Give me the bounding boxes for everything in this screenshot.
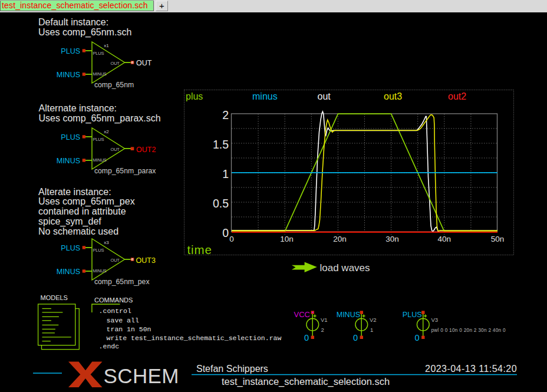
svg-text:Stefan Schippers: Stefan Schippers bbox=[196, 364, 268, 374]
svg-text:OUT3: OUT3 bbox=[136, 256, 156, 265]
svg-text:0: 0 bbox=[414, 333, 419, 342]
svg-text:MINUS: MINUS bbox=[93, 71, 107, 77]
svg-text:MINUS: MINUS bbox=[93, 268, 107, 274]
svg-text:PLUS: PLUS bbox=[93, 51, 104, 56]
svg-text:1: 1 bbox=[222, 167, 229, 180]
svg-text:MINUS: MINUS bbox=[57, 157, 80, 165]
svg-text:PLUS: PLUS bbox=[403, 311, 422, 319]
svg-text:out3: out3 bbox=[384, 91, 402, 101]
svg-text:V1: V1 bbox=[321, 317, 328, 323]
svg-text:pwl 0 0 10n 0 20n 2 30n 2 40n: pwl 0 0 10n 0 20n 2 30n 2 40n 0 bbox=[431, 327, 506, 333]
svg-text:COMMANDS: COMMANDS bbox=[94, 297, 133, 304]
svg-text:2023-04-13 11:54:20: 2023-04-13 11:54:20 bbox=[425, 364, 517, 374]
svg-text:Uses comp_65nm_pex: Uses comp_65nm_pex bbox=[38, 196, 135, 207]
svg-text:x3: x3 bbox=[104, 240, 109, 245]
svg-text:x2: x2 bbox=[104, 129, 109, 134]
svg-text:V3: V3 bbox=[431, 317, 439, 323]
svg-text:40n: 40n bbox=[438, 235, 452, 243]
svg-text:0: 0 bbox=[229, 235, 234, 243]
svg-text:spice_sym_def: spice_sym_def bbox=[38, 216, 101, 227]
svg-text:OUT: OUT bbox=[111, 258, 120, 263]
svg-text:tran 1n 50n: tran 1n 50n bbox=[107, 325, 151, 333]
svg-text:0: 0 bbox=[222, 226, 229, 239]
svg-text:1: 1 bbox=[370, 327, 373, 333]
svg-text:PLUS: PLUS bbox=[61, 47, 80, 55]
svg-text:minus: minus bbox=[252, 91, 278, 101]
svg-text:OUT2: OUT2 bbox=[136, 146, 156, 154]
svg-text:1.5: 1.5 bbox=[213, 138, 229, 151]
svg-text:out: out bbox=[318, 91, 331, 101]
svg-text:MINUS: MINUS bbox=[93, 157, 107, 163]
svg-text:MINUS: MINUS bbox=[337, 311, 360, 319]
svg-text:OUT: OUT bbox=[136, 59, 152, 67]
svg-text:Uses comp_65nm_parax.sch: Uses comp_65nm_parax.sch bbox=[39, 113, 161, 124]
svg-text:Default instance:: Default instance: bbox=[38, 17, 108, 27]
svg-text:VCC: VCC bbox=[294, 310, 310, 319]
svg-text:2: 2 bbox=[222, 108, 229, 121]
svg-text:50n: 50n bbox=[491, 235, 505, 243]
svg-text:Uses comp_65nm.sch: Uses comp_65nm.sch bbox=[38, 27, 131, 38]
svg-text:SCHEM: SCHEM bbox=[104, 364, 179, 387]
svg-text:2: 2 bbox=[321, 327, 324, 333]
svg-text:OUT: OUT bbox=[111, 61, 120, 66]
svg-text:PLUS: PLUS bbox=[93, 137, 104, 142]
svg-text:V2: V2 bbox=[370, 317, 377, 323]
svg-text:No schematic used: No schematic used bbox=[38, 226, 118, 236]
svg-text:20n: 20n bbox=[333, 235, 347, 243]
svg-text:out2: out2 bbox=[448, 91, 466, 101]
svg-text:comp_65nm_pex: comp_65nm_pex bbox=[94, 278, 150, 286]
svg-text:load waves: load waves bbox=[320, 262, 370, 274]
svg-text:0: 0 bbox=[353, 333, 358, 342]
svg-text:time: time bbox=[187, 243, 212, 256]
svg-text:comp_65nm_parax: comp_65nm_parax bbox=[94, 167, 156, 175]
svg-text:save all: save all bbox=[107, 317, 139, 324]
svg-text:Alterate instance:: Alterate instance: bbox=[38, 187, 111, 197]
svg-text:contained in attribute: contained in attribute bbox=[38, 206, 126, 216]
svg-text:test_instance_schematic_select: test_instance_schematic_selection.sch bbox=[222, 376, 390, 387]
svg-text:PLUS: PLUS bbox=[93, 248, 104, 253]
svg-text:PLUS: PLUS bbox=[61, 133, 80, 141]
svg-text:30n: 30n bbox=[385, 235, 399, 243]
svg-text:plus: plus bbox=[186, 91, 203, 101]
svg-text:PLUS: PLUS bbox=[61, 244, 80, 252]
svg-text:OUT: OUT bbox=[111, 147, 120, 152]
svg-text:.control: .control bbox=[99, 307, 131, 315]
svg-text:write test_instance_schematic_: write test_instance_schematic_selection.… bbox=[107, 334, 282, 342]
svg-text:10n: 10n bbox=[280, 235, 294, 243]
svg-text:.endc: .endc bbox=[99, 342, 120, 350]
svg-text:x1: x1 bbox=[104, 43, 109, 48]
svg-text:0.5: 0.5 bbox=[213, 197, 229, 210]
svg-text:Alternate instance:: Alternate instance: bbox=[39, 103, 117, 113]
svg-text:MINUS: MINUS bbox=[57, 268, 80, 276]
svg-text:MINUS: MINUS bbox=[57, 71, 80, 79]
svg-text:0: 0 bbox=[304, 333, 309, 342]
svg-text:MODELS: MODELS bbox=[41, 294, 68, 301]
svg-text:comp_65nm: comp_65nm bbox=[94, 81, 134, 89]
